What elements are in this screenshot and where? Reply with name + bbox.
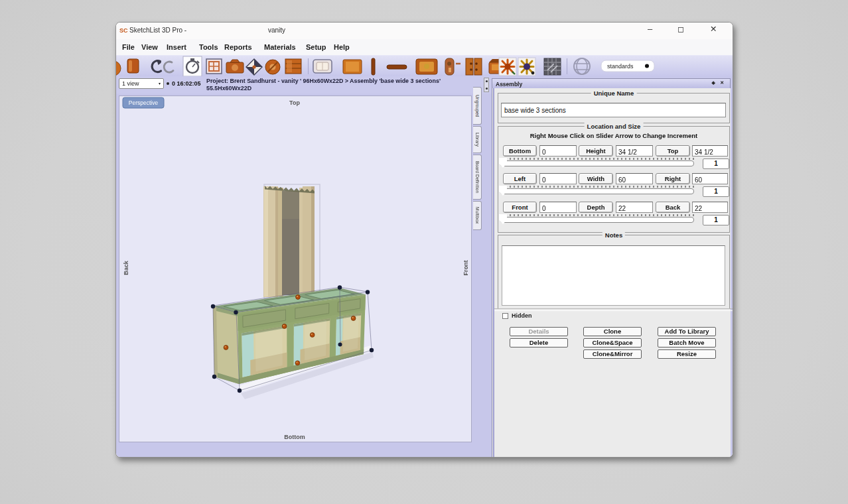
svg-text:Perspective: Perspective <box>129 99 159 106</box>
svg-text:Front: Front <box>462 261 469 276</box>
svg-text:Back: Back <box>123 260 129 275</box>
svg-text:Top: Top <box>289 99 300 106</box>
svg-text:Bottom: Bottom <box>284 434 305 440</box>
svg-text:standards: standards <box>607 63 634 70</box>
